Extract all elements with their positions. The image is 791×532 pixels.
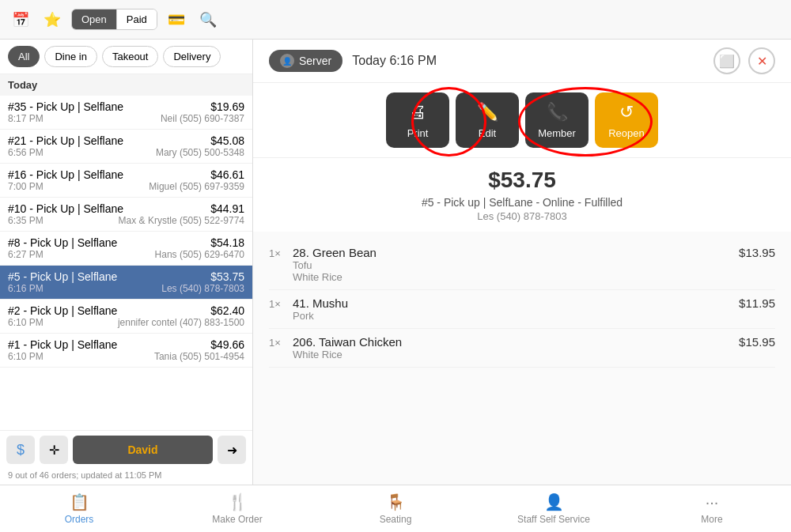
right-header-left: 👤 Server Today 6:16 PM bbox=[269, 50, 437, 72]
move-icon-button[interactable]: ✛ bbox=[40, 436, 68, 464]
order-label: #21 - Pick Up | Selflane bbox=[8, 134, 123, 147]
item-qty-2: 1× bbox=[269, 298, 293, 310]
item-name-green-bean: 28. Green Bean bbox=[293, 246, 739, 259]
open-button[interactable]: Open bbox=[72, 9, 117, 29]
nav-more[interactable]: ··· More bbox=[633, 489, 791, 530]
date-time: Today 6:16 PM bbox=[352, 54, 437, 68]
order-customer: jennifer contel (407) 883-1500 bbox=[118, 317, 244, 328]
edit-button[interactable]: ✏️ Edit bbox=[456, 92, 519, 148]
reopen-button[interactable]: ↺ Reopen bbox=[595, 92, 658, 148]
make-order-label: Make Order bbox=[212, 514, 262, 525]
top-bar: 📅 ⭐ Open Paid 💳 🔍 bbox=[0, 0, 791, 40]
main-content: All Dine in Takeout Delivery Today #35 -… bbox=[0, 40, 791, 485]
order-customer: Max & Krystle (505) 522-9774 bbox=[119, 215, 244, 226]
order-item-1[interactable]: #1 - Pick Up | Selflane $49.66 6:10 PM T… bbox=[0, 334, 252, 368]
order-amount: $46.61 bbox=[210, 168, 244, 181]
nav-seating[interactable]: 🪑 Seating bbox=[316, 488, 475, 530]
dollar-icon-button[interactable]: $ bbox=[6, 436, 35, 464]
order-time: 6:16 PM bbox=[8, 283, 44, 294]
order-item-8[interactable]: #8 - Pick Up | Selflane $54.18 6:27 PM H… bbox=[0, 232, 252, 266]
member-icon: 📞 bbox=[547, 102, 568, 123]
sidebar-status: 9 out of 46 orders; updated at 11:05 PM bbox=[0, 469, 252, 485]
order-amount: $44.91 bbox=[210, 202, 244, 215]
seating-label: Seating bbox=[380, 514, 412, 525]
filter-all[interactable]: All bbox=[8, 46, 40, 67]
action-buttons-section: 🖨 Print ✏️ Edit 📞 Member ↺ Reopen bbox=[253, 83, 791, 158]
server-tag-label: Server bbox=[299, 55, 331, 67]
order-label: #10 - Pick Up | Selflane bbox=[8, 202, 123, 215]
server-tag[interactable]: 👤 Server bbox=[269, 50, 343, 72]
sidebar-bottom: $ ✛ David ➜ bbox=[0, 430, 252, 469]
item-modifier-pork: Pork bbox=[293, 310, 739, 322]
print-icon: 🖨 bbox=[409, 102, 426, 123]
edit-icon: ✏️ bbox=[477, 102, 498, 123]
staff-label: Staff Self Service bbox=[517, 514, 590, 525]
order-amount: $49.66 bbox=[210, 338, 244, 351]
filter-delivery[interactable]: Delivery bbox=[163, 46, 221, 67]
nav-orders[interactable]: 📋 Orders bbox=[0, 488, 158, 530]
close-button[interactable]: ✕ bbox=[748, 47, 775, 74]
order-total: $53.75 bbox=[269, 168, 775, 193]
print-button[interactable]: 🖨 Print bbox=[386, 92, 449, 148]
order-label: #5 - Pick Up | Selflane bbox=[8, 270, 117, 283]
item-qty-3: 1× bbox=[269, 337, 293, 349]
item-modifier-white-rice-2: White Rice bbox=[293, 349, 739, 360]
print-label: Print bbox=[407, 127, 429, 139]
nav-staff-self-service[interactable]: 👤 Staff Self Service bbox=[475, 488, 633, 530]
order-item-2[interactable]: #2 - Pick Up | Selflane $62.40 6:10 PM j… bbox=[0, 300, 252, 334]
item-qty-1: 1× bbox=[269, 247, 293, 259]
star-icon[interactable]: ⭐ bbox=[40, 7, 65, 32]
arrow-right-icon-button[interactable]: ➜ bbox=[218, 436, 246, 464]
item-name-taiwan-chicken: 206. Taiwan Chicken bbox=[293, 335, 739, 349]
order-amount: $54.18 bbox=[210, 236, 244, 249]
edit-label: Edit bbox=[479, 127, 496, 139]
search-icon[interactable]: 🔍 bbox=[195, 7, 221, 32]
filter-dine-in[interactable]: Dine in bbox=[44, 46, 97, 67]
order-label: #16 - Pick Up | Selflane bbox=[8, 168, 123, 181]
paid-button[interactable]: Paid bbox=[117, 9, 157, 29]
orders-icon: 📋 bbox=[70, 492, 89, 511]
order-item-21[interactable]: #21 - Pick Up | Selflane $45.08 6:56 PM … bbox=[0, 130, 252, 164]
reopen-icon: ↺ bbox=[619, 102, 634, 123]
order-item-10[interactable]: #10 - Pick Up | Selflane $44.91 6:35 PM … bbox=[0, 198, 252, 232]
card-icon[interactable]: 💳 bbox=[164, 7, 189, 32]
nav-make-order[interactable]: 🍴 Make Order bbox=[158, 488, 316, 530]
item-price-taiwan-chicken: $15.95 bbox=[739, 335, 775, 349]
sidebar-filters: All Dine in Takeout Delivery bbox=[0, 40, 252, 74]
make-order-icon: 🍴 bbox=[228, 492, 248, 511]
calendar-icon[interactable]: 📅 bbox=[8, 7, 33, 32]
order-amount: $53.75 bbox=[210, 270, 244, 283]
sidebar: All Dine in Takeout Delivery Today #35 -… bbox=[0, 40, 253, 485]
order-time: 6:10 PM bbox=[8, 351, 44, 362]
item-modifier-white-rice-1: White Rice bbox=[293, 271, 739, 283]
order-details: $53.75 #5 - Pick up | SelfLane - Online … bbox=[253, 158, 791, 485]
order-label: #8 - Pick Up | Selflane bbox=[8, 236, 117, 249]
order-item-5[interactable]: #5 - Pick Up | Selflane $53.75 6:16 PM L… bbox=[0, 266, 252, 300]
item-row-taiwan-chicken: 1× 206. Taiwan Chicken White Rice $15.95 bbox=[269, 329, 775, 368]
order-title-section: $53.75 #5 - Pick up | SelfLane - Online … bbox=[253, 158, 791, 232]
square-button[interactable]: ⬜ bbox=[713, 47, 740, 74]
order-label: #2 - Pick Up | Selflane bbox=[8, 304, 117, 317]
order-amount: $19.69 bbox=[210, 100, 244, 113]
item-details-green-bean: 28. Green Bean Tofu White Rice bbox=[293, 246, 739, 283]
order-time: 7:00 PM bbox=[8, 181, 44, 192]
server-name-button[interactable]: David bbox=[73, 436, 213, 464]
reopen-label: Reopen bbox=[608, 127, 645, 139]
member-button[interactable]: 📞 Member bbox=[525, 92, 589, 148]
order-item-35[interactable]: #35 - Pick Up | Selflane $19.69 8:17 PM … bbox=[0, 96, 252, 130]
order-time: 6:10 PM bbox=[8, 317, 44, 328]
items-list: 1× 28. Green Bean Tofu White Rice $13.95… bbox=[253, 232, 791, 375]
orders-label: Orders bbox=[65, 514, 94, 525]
order-item-16[interactable]: #16 - Pick Up | Selflane $46.61 7:00 PM … bbox=[0, 164, 252, 198]
filter-takeout[interactable]: Takeout bbox=[102, 46, 159, 67]
item-details-taiwan-chicken: 206. Taiwan Chicken White Rice bbox=[293, 335, 739, 360]
order-customer: Les (540) 878-7803 bbox=[161, 283, 244, 294]
more-icon: ··· bbox=[706, 493, 719, 511]
item-price-mushu: $11.95 bbox=[739, 296, 775, 310]
item-price-green-bean: $13.95 bbox=[739, 246, 775, 259]
more-label: More bbox=[701, 514, 722, 525]
item-row-green-bean: 1× 28. Green Bean Tofu White Rice $13.95 bbox=[269, 240, 775, 290]
order-time: 6:56 PM bbox=[8, 147, 44, 158]
right-header-right: ⬜ ✕ bbox=[713, 47, 775, 74]
section-header: Today bbox=[0, 74, 252, 96]
